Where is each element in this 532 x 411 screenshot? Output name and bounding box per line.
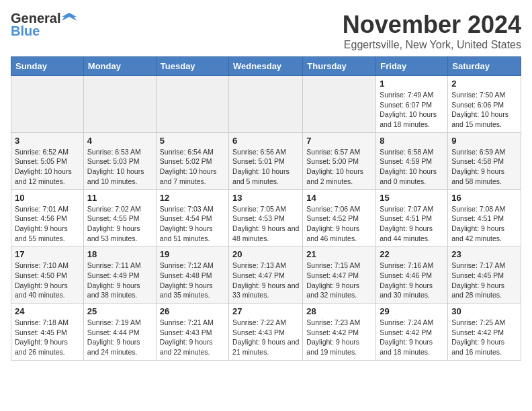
calendar-cell: 10Sunrise: 7:01 AM Sunset: 4:56 PM Dayli… (11, 189, 84, 246)
calendar-cell: 14Sunrise: 7:06 AM Sunset: 4:52 PM Dayli… (303, 189, 376, 246)
logo: General Blue (11, 11, 77, 39)
week-row-1: 1Sunrise: 7:49 AM Sunset: 6:07 PM Daylig… (11, 76, 521, 133)
week-row-2: 3Sunrise: 6:52 AM Sunset: 5:05 PM Daylig… (11, 132, 521, 189)
day-number: 25 (87, 306, 152, 316)
calendar-cell: 28Sunrise: 7:23 AM Sunset: 4:42 PM Dayli… (303, 304, 376, 361)
day-number: 28 (306, 306, 372, 316)
day-info: Sunrise: 7:22 AM Sunset: 4:43 PM Dayligh… (232, 318, 299, 357)
calendar-cell: 1Sunrise: 7:49 AM Sunset: 6:07 PM Daylig… (376, 76, 448, 133)
day-info: Sunrise: 7:07 AM Sunset: 4:51 PM Dayligh… (380, 204, 444, 244)
calendar-cell (156, 76, 228, 133)
day-info: Sunrise: 7:50 AM Sunset: 6:06 PM Dayligh… (451, 90, 517, 130)
calendar-cell: 16Sunrise: 7:08 AM Sunset: 4:51 PM Dayli… (448, 189, 521, 246)
calendar-cell: 6Sunrise: 6:56 AM Sunset: 5:01 PM Daylig… (229, 132, 303, 189)
header-friday: Friday (376, 57, 448, 76)
calendar-cell: 29Sunrise: 7:24 AM Sunset: 4:42 PM Dayli… (376, 304, 448, 361)
day-number: 13 (232, 193, 299, 203)
calendar-cell: 4Sunrise: 6:53 AM Sunset: 5:03 PM Daylig… (83, 132, 156, 189)
day-number: 3 (15, 136, 80, 146)
calendar-cell: 19Sunrise: 7:12 AM Sunset: 4:48 PM Dayli… (156, 246, 228, 304)
day-info: Sunrise: 6:58 AM Sunset: 4:59 PM Dayligh… (380, 147, 444, 187)
day-number: 19 (160, 249, 225, 259)
day-info: Sunrise: 7:01 AM Sunset: 4:56 PM Dayligh… (15, 204, 80, 244)
week-row-3: 10Sunrise: 7:01 AM Sunset: 4:56 PM Dayli… (11, 189, 521, 246)
logo-blue-text: Blue (11, 24, 40, 39)
calendar-cell: 20Sunrise: 7:13 AM Sunset: 4:47 PM Dayli… (229, 246, 303, 304)
week-row-4: 17Sunrise: 7:10 AM Sunset: 4:50 PM Dayli… (11, 246, 521, 304)
calendar-cell: 24Sunrise: 7:18 AM Sunset: 4:45 PM Dayli… (11, 304, 84, 361)
calendar-cell: 22Sunrise: 7:16 AM Sunset: 4:46 PM Dayli… (376, 246, 448, 304)
day-info: Sunrise: 6:56 AM Sunset: 5:01 PM Dayligh… (232, 147, 299, 187)
day-number: 29 (380, 306, 444, 316)
day-number: 23 (451, 249, 517, 259)
day-number: 5 (160, 136, 225, 146)
day-info: Sunrise: 6:54 AM Sunset: 5:02 PM Dayligh… (160, 147, 225, 187)
day-number: 17 (15, 249, 80, 259)
day-number: 4 (87, 136, 152, 146)
day-info: Sunrise: 7:25 AM Sunset: 4:42 PM Dayligh… (451, 318, 517, 357)
calendar-cell: 9Sunrise: 6:59 AM Sunset: 4:58 PM Daylig… (448, 132, 521, 189)
calendar-cell: 11Sunrise: 7:02 AM Sunset: 4:55 PM Dayli… (83, 189, 156, 246)
day-number: 10 (15, 193, 80, 203)
day-number: 9 (451, 136, 517, 146)
calendar-cell (229, 76, 303, 133)
day-info: Sunrise: 7:17 AM Sunset: 4:45 PM Dayligh… (451, 261, 517, 300)
header: General Blue November 2024 Eggertsville,… (11, 11, 521, 51)
day-info: Sunrise: 6:57 AM Sunset: 5:00 PM Dayligh… (306, 147, 372, 187)
day-info: Sunrise: 7:16 AM Sunset: 4:46 PM Dayligh… (380, 261, 444, 300)
day-info: Sunrise: 7:03 AM Sunset: 4:54 PM Dayligh… (160, 204, 225, 244)
calendar-cell: 5Sunrise: 6:54 AM Sunset: 5:02 PM Daylig… (156, 132, 228, 189)
day-info: Sunrise: 7:23 AM Sunset: 4:42 PM Dayligh… (306, 318, 372, 357)
day-number: 21 (306, 249, 372, 259)
day-number: 27 (232, 306, 299, 316)
day-info: Sunrise: 7:13 AM Sunset: 4:47 PM Dayligh… (232, 261, 299, 300)
title-area: November 2024 Eggertsville, New York, Un… (343, 11, 521, 51)
day-number: 12 (160, 193, 225, 203)
calendar-cell: 15Sunrise: 7:07 AM Sunset: 4:51 PM Dayli… (376, 189, 448, 246)
month-title: November 2024 (343, 11, 521, 39)
day-number: 30 (451, 306, 517, 316)
calendar-cell: 7Sunrise: 6:57 AM Sunset: 5:00 PM Daylig… (303, 132, 376, 189)
day-info: Sunrise: 7:06 AM Sunset: 4:52 PM Dayligh… (306, 204, 372, 244)
day-info: Sunrise: 7:49 AM Sunset: 6:07 PM Dayligh… (380, 90, 444, 130)
day-info: Sunrise: 7:12 AM Sunset: 4:48 PM Dayligh… (160, 261, 225, 300)
calendar-cell: 27Sunrise: 7:22 AM Sunset: 4:43 PM Dayli… (229, 304, 303, 361)
day-info: Sunrise: 7:21 AM Sunset: 4:43 PM Dayligh… (160, 318, 225, 357)
day-number: 18 (87, 249, 152, 259)
day-number: 7 (306, 136, 372, 146)
logo-bird-icon (62, 11, 77, 26)
day-info: Sunrise: 6:59 AM Sunset: 4:58 PM Dayligh… (451, 147, 517, 187)
header-thursday: Thursday (303, 57, 376, 76)
calendar-cell: 21Sunrise: 7:15 AM Sunset: 4:47 PM Dayli… (303, 246, 376, 304)
calendar-cell: 25Sunrise: 7:19 AM Sunset: 4:44 PM Dayli… (83, 304, 156, 361)
day-number: 11 (87, 193, 152, 203)
header-saturday: Saturday (448, 57, 521, 76)
day-number: 16 (451, 193, 517, 203)
day-number: 1 (380, 79, 444, 89)
day-info: Sunrise: 7:02 AM Sunset: 4:55 PM Dayligh… (87, 204, 152, 244)
day-number: 15 (380, 193, 444, 203)
day-number: 20 (232, 249, 299, 259)
day-number: 14 (306, 193, 372, 203)
day-info: Sunrise: 6:53 AM Sunset: 5:03 PM Dayligh… (87, 147, 152, 187)
calendar-cell (83, 76, 156, 133)
day-info: Sunrise: 7:24 AM Sunset: 4:42 PM Dayligh… (380, 318, 444, 357)
day-info: Sunrise: 7:18 AM Sunset: 4:45 PM Dayligh… (15, 318, 80, 357)
day-number: 2 (451, 79, 517, 89)
calendar-cell: 13Sunrise: 7:05 AM Sunset: 4:53 PM Dayli… (229, 189, 303, 246)
day-info: Sunrise: 7:11 AM Sunset: 4:49 PM Dayligh… (87, 261, 152, 300)
calendar-cell (11, 76, 84, 133)
calendar-cell: 18Sunrise: 7:11 AM Sunset: 4:49 PM Dayli… (83, 246, 156, 304)
header-sunday: Sunday (11, 57, 84, 76)
calendar-cell: 17Sunrise: 7:10 AM Sunset: 4:50 PM Dayli… (11, 246, 84, 304)
calendar-cell: 26Sunrise: 7:21 AM Sunset: 4:43 PM Dayli… (156, 304, 228, 361)
day-info: Sunrise: 6:52 AM Sunset: 5:05 PM Dayligh… (15, 147, 80, 187)
day-info: Sunrise: 7:08 AM Sunset: 4:51 PM Dayligh… (451, 204, 517, 244)
day-info: Sunrise: 7:10 AM Sunset: 4:50 PM Dayligh… (15, 261, 80, 300)
day-number: 6 (232, 136, 299, 146)
location-title: Eggertsville, New York, United States (343, 39, 521, 51)
header-wednesday: Wednesday (229, 57, 303, 76)
svg-marker-0 (62, 13, 77, 21)
calendar-cell: 2Sunrise: 7:50 AM Sunset: 6:06 PM Daylig… (448, 76, 521, 133)
week-row-5: 24Sunrise: 7:18 AM Sunset: 4:45 PM Dayli… (11, 304, 521, 361)
